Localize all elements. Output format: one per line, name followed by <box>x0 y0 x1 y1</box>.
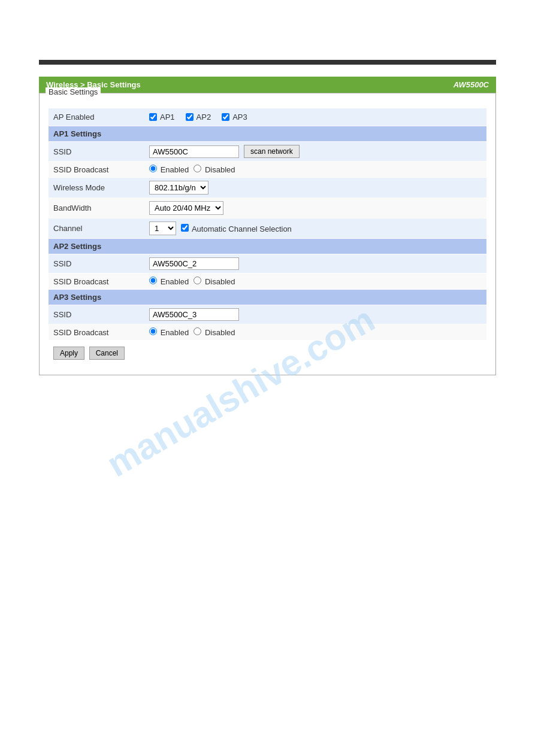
scan-network-button[interactable]: scan network <box>244 145 300 158</box>
ap3-broadcast-enabled-radio[interactable] <box>149 327 157 335</box>
ap1-broadcast-disabled-radio[interactable] <box>194 165 201 172</box>
ap2-ssid-label: SSID <box>53 259 149 268</box>
ap1-wireless-mode-row: Wireless Mode 802.11b/g/n 802.11b/g 802.… <box>49 178 486 198</box>
settings-panel: Basic Settings AP Enabled AP1 AP2 <box>39 93 496 375</box>
ap1-ssid-broadcast-row: SSID Broadcast Enabled Disabled <box>49 162 486 177</box>
ap1-section-header: AP1 Settings <box>49 126 486 141</box>
ap3-broadcast-label: SSID Broadcast <box>53 328 149 337</box>
ap2-broadcast-disabled-label: Disabled <box>194 277 235 286</box>
ap3-broadcast-disabled-radio[interactable] <box>194 327 201 335</box>
ap1-bandwidth-select[interactable]: Auto 20/40 MHz 20 MHz 40 MHz <box>149 201 223 215</box>
ap3-broadcast-disabled-label: Disabled <box>194 327 235 337</box>
ap1-ssid-value: scan network <box>149 145 482 158</box>
ap3-ssid-row: SSID <box>49 305 486 324</box>
ap2-check-group: AP2 <box>186 113 211 122</box>
ap2-ssid-value <box>149 257 482 270</box>
settings-content: AP Enabled AP1 AP2 AP3 <box>49 108 486 366</box>
ap3-ssid-input[interactable] <box>149 308 239 321</box>
ap2-checkbox[interactable] <box>186 113 194 121</box>
ap1-checkbox[interactable] <box>149 113 157 121</box>
ap1-channel-row: Channel 123 456 789 1011 Automatic Chann… <box>49 218 486 238</box>
ap1-bandwidth-label: BandWidth <box>53 204 149 212</box>
header-bar: Wireless > Basic Settings AW5500C <box>39 77 496 93</box>
ap1-channel-select[interactable]: 123 456 789 1011 <box>149 221 176 235</box>
ap2-checkbox-label: AP2 <box>197 113 211 122</box>
ap1-wireless-mode-select[interactable]: 802.11b/g/n 802.11b/g 802.11n <box>149 181 208 195</box>
ap3-broadcast-enabled-label: Enabled <box>149 327 189 337</box>
page-wrapper: Wireless > Basic Settings AW5500C Basic … <box>0 60 535 756</box>
ap2-ssid-input[interactable] <box>149 257 239 270</box>
ap1-broadcast-label: SSID Broadcast <box>53 165 149 174</box>
ap1-auto-channel-checkbox[interactable] <box>181 224 189 232</box>
ap2-section-header: AP2 Settings <box>49 239 486 254</box>
settings-legend: Basic Settings <box>46 87 101 96</box>
ap3-ssid-value <box>149 308 482 321</box>
ap3-check-group: AP3 <box>222 113 247 122</box>
apply-button[interactable]: Apply <box>53 347 84 360</box>
ap1-check-group: AP1 <box>149 113 175 122</box>
ap1-channel-value: 123 456 789 1011 Automatic Channel Selec… <box>149 221 482 235</box>
ap1-wireless-mode-value: 802.11b/g/n 802.11b/g 802.11n <box>149 181 482 195</box>
content-area: Wireless > Basic Settings AW5500C Basic … <box>39 77 496 375</box>
ap1-wireless-mode-label: Wireless Mode <box>53 183 149 192</box>
ap1-checkbox-label: AP1 <box>160 113 175 122</box>
ap-enabled-checks: AP1 AP2 AP3 <box>149 113 247 122</box>
ap3-checkbox-label: AP3 <box>232 113 247 122</box>
ap-enabled-label: AP Enabled <box>53 113 149 122</box>
ap1-broadcast-enabled-label: Enabled <box>149 165 189 174</box>
ap2-broadcast-enabled-label: Enabled <box>149 277 189 286</box>
ap2-broadcast-value: Enabled Disabled <box>149 277 482 286</box>
ap3-checkbox[interactable] <box>222 113 229 121</box>
ap1-ssid-row: SSID scan network <box>49 142 486 161</box>
ap1-broadcast-disabled-label: Disabled <box>194 165 235 174</box>
ap1-ssid-input[interactable] <box>149 145 239 158</box>
ap-enabled-row: AP Enabled AP1 AP2 AP3 <box>49 108 486 126</box>
ap1-auto-channel-label: Automatic Channel Selection <box>181 224 292 233</box>
ap3-ssid-broadcast-row: SSID Broadcast Enabled Disabled <box>49 324 486 340</box>
ap1-channel-label: Channel <box>53 224 149 233</box>
ap1-broadcast-value: Enabled Disabled <box>149 165 482 174</box>
ap3-ssid-label: SSID <box>53 310 149 319</box>
ap2-broadcast-enabled-radio[interactable] <box>149 277 157 284</box>
ap2-ssid-row: SSID <box>49 254 486 273</box>
ap1-bandwidth-value: Auto 20/40 MHz 20 MHz 40 MHz <box>149 201 482 215</box>
ap1-broadcast-enabled-radio[interactable] <box>149 165 157 172</box>
ap1-ssid-label: SSID <box>53 147 149 156</box>
cancel-button[interactable]: Cancel <box>89 347 125 360</box>
ap1-bandwidth-row: BandWidth Auto 20/40 MHz 20 MHz 40 MHz <box>49 198 486 218</box>
ap2-ssid-broadcast-row: SSID Broadcast Enabled Disabled <box>49 274 486 289</box>
ap2-broadcast-disabled-radio[interactable] <box>194 277 201 284</box>
ap2-broadcast-label: SSID Broadcast <box>53 277 149 286</box>
ap3-broadcast-value: Enabled Disabled <box>149 327 482 337</box>
device-name: AW5500C <box>454 80 489 89</box>
top-border <box>39 60 496 65</box>
ap3-section-header: AP3 Settings <box>49 290 486 305</box>
button-row: Apply Cancel <box>49 341 486 366</box>
